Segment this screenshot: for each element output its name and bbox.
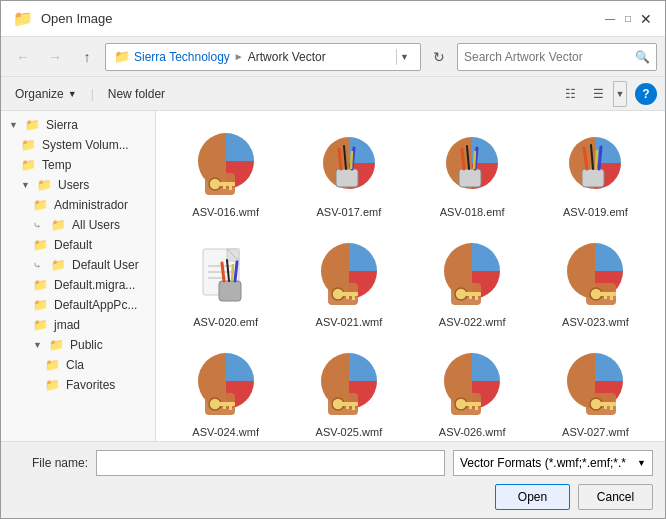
file-name-019: ASV-019.emf [563, 206, 628, 218]
sidebar-item-users[interactable]: ▼ 📁 Users [1, 175, 155, 195]
svg-line-30 [222, 263, 224, 281]
help-button[interactable]: ? [635, 83, 657, 105]
search-icon: 🔍 [635, 50, 650, 64]
refresh-button[interactable]: ↻ [425, 43, 453, 71]
list-item[interactable]: ASV-019.emf [538, 123, 653, 225]
sidebar-label: Temp [42, 158, 71, 172]
sidebar-item-default[interactable]: 📁 Default [1, 235, 155, 255]
file-icon-017 [313, 130, 385, 202]
sidebar-item-default-user[interactable]: ⤷ 📁 Default User [1, 255, 155, 275]
list-item[interactable]: ASV-018.emf [415, 123, 530, 225]
list-item[interactable]: ASV-024.wmf [168, 343, 283, 441]
breadcrumb-root[interactable]: Sierra Technology [134, 50, 230, 64]
svg-line-11 [351, 151, 352, 169]
svg-rect-55 [219, 402, 235, 406]
list-item[interactable]: ASV-027.wmf [538, 343, 653, 441]
breadcrumb-current: Artwork Vector [248, 50, 326, 64]
file-icon-018 [436, 130, 508, 202]
list-item[interactable]: ASV-026.wmf [415, 343, 530, 441]
close-button[interactable]: ✕ [639, 12, 653, 26]
title-bar-left: 📁 Open Image [13, 9, 113, 28]
folder-icon: 📁 [33, 198, 48, 212]
organize-button[interactable]: Organize ▼ [9, 84, 83, 104]
svg-rect-75 [604, 406, 607, 409]
list-item[interactable]: ASV-021.wmf [291, 233, 406, 335]
svg-rect-67 [465, 402, 481, 406]
sidebar-item-system-volume[interactable]: 📁 System Volum... [1, 135, 155, 155]
folder-icon: 📁 [51, 258, 66, 272]
folder-icon: 📁 [49, 338, 64, 352]
file-name-022: ASV-022.wmf [439, 316, 506, 328]
sidebar-item-jmad[interactable]: 📁 jmad [1, 315, 155, 335]
file-icon-026 [436, 350, 508, 422]
list-item[interactable]: ASV-025.wmf [291, 343, 406, 441]
list-item[interactable]: ASV-020.emf [168, 233, 283, 335]
file-name-021: ASV-021.wmf [316, 316, 383, 328]
minimize-button[interactable]: — [603, 12, 617, 26]
nav-bar: ← → ↑ 📁 Sierra Technology ► Artwork Vect… [1, 37, 665, 77]
filename-label: File name: [13, 456, 88, 470]
file-name-026: ASV-026.wmf [439, 426, 506, 438]
list-item[interactable]: ASV-022.wmf [415, 233, 530, 335]
back-button[interactable]: ← [9, 43, 37, 71]
search-input[interactable] [464, 50, 631, 64]
svg-rect-61 [342, 402, 358, 406]
filetype-dropdown[interactable]: Vector Formats (*.wmf;*.emf;*.* ▼ [453, 450, 653, 476]
svg-line-32 [235, 262, 237, 281]
breadcrumb-dropdown[interactable]: ▼ [396, 49, 412, 65]
view-buttons: ☷ ☰ ▼ [557, 81, 627, 107]
forward-button[interactable]: → [41, 43, 69, 71]
svg-rect-45 [469, 296, 472, 299]
sidebar-item-administrador[interactable]: 📁 Administrador [1, 195, 155, 215]
svg-rect-74 [610, 406, 613, 410]
sidebar-label: Cla [66, 358, 84, 372]
svg-rect-3 [219, 182, 235, 186]
svg-rect-57 [223, 406, 226, 409]
file-name-017: ASV-017.emf [316, 206, 381, 218]
folder-icon: 📁 [21, 138, 36, 152]
cancel-button[interactable]: Cancel [578, 484, 653, 510]
sidebar-item-default-migra[interactable]: 📁 Default.migra... [1, 275, 155, 295]
folder-icon: 📁 [13, 9, 33, 28]
list-view-button[interactable]: ☷ [557, 81, 583, 107]
svg-rect-7 [336, 169, 358, 187]
collapse-icon: ▼ [9, 120, 19, 130]
breadcrumb: 📁 Sierra Technology ► Artwork Vector ▼ [105, 43, 421, 71]
svg-rect-29 [219, 281, 241, 301]
collapse-icon: ▼ [33, 340, 43, 350]
svg-rect-50 [610, 296, 613, 300]
action-row: Open Cancel [13, 484, 653, 510]
sidebar-item-sierra[interactable]: ▼ 📁 Sierra [1, 115, 155, 135]
view-dropdown-button[interactable]: ▼ [613, 81, 627, 107]
svg-line-8 [339, 149, 341, 169]
svg-rect-13 [459, 169, 481, 187]
svg-rect-62 [352, 406, 355, 410]
bottom-bar: File name: Vector Formats (*.wmf;*.emf;*… [1, 441, 665, 518]
new-folder-button[interactable]: New folder [102, 84, 171, 104]
svg-line-17 [474, 151, 475, 169]
list-item[interactable]: ASV-023.wmf [538, 233, 653, 335]
organize-dropdown-icon: ▼ [68, 89, 77, 99]
details-view-button[interactable]: ☰ [585, 81, 611, 107]
sidebar-item-defaultapppc[interactable]: 📁 DefaultAppPc... [1, 295, 155, 315]
filename-input[interactable] [96, 450, 445, 476]
svg-rect-19 [582, 169, 604, 187]
open-button[interactable]: Open [495, 484, 570, 510]
sidebar-item-public[interactable]: ▼ 📁 Public [1, 335, 155, 355]
filetype-label: Vector Formats (*.wmf;*.emf;*.* [460, 456, 626, 470]
list-item[interactable]: ASV-016.wmf [168, 123, 283, 225]
maximize-button[interactable]: □ [621, 12, 635, 26]
sidebar-item-cla[interactable]: 📁 Cla [1, 355, 155, 375]
sidebar-item-all-users[interactable]: ⤷ 📁 All Users [1, 215, 155, 235]
dialog-title: Open Image [41, 11, 113, 26]
up-button[interactable]: ↑ [73, 43, 101, 71]
file-grid-container: ASV-016.wmf [156, 111, 665, 441]
sidebar-item-temp[interactable]: 📁 Temp [1, 155, 155, 175]
sidebar-label: Users [58, 178, 89, 192]
sidebar-item-favorites[interactable]: 📁 Favorites [1, 375, 155, 395]
folder-icon: 📁 [25, 118, 40, 132]
file-icon-020 [190, 240, 262, 312]
breadcrumb-folder-icon: 📁 [114, 49, 130, 64]
main-content: ▼ 📁 Sierra 📁 System Volum... 📁 Temp ▼ 📁 … [1, 111, 665, 441]
list-item[interactable]: ASV-017.emf [291, 123, 406, 225]
